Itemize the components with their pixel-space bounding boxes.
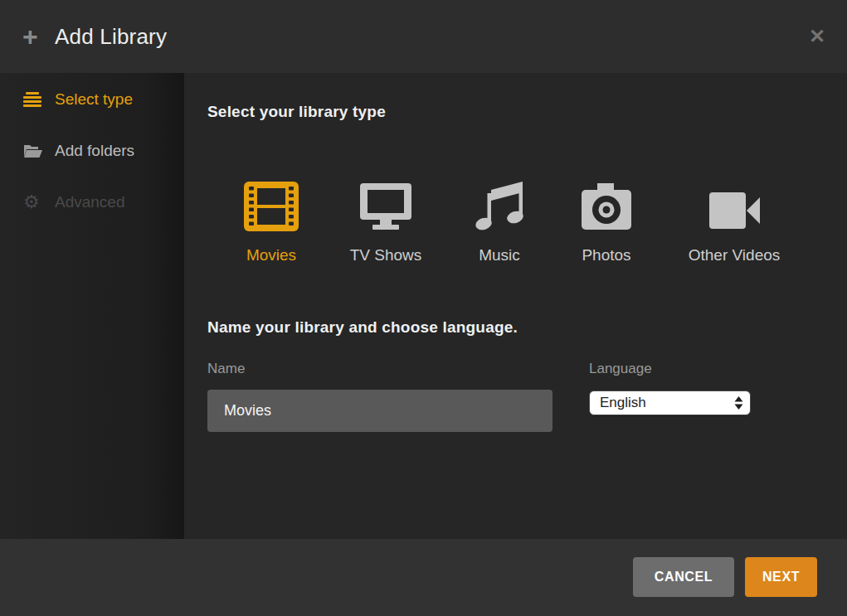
sidebar-item-advanced: ⚙ Advanced (0, 186, 184, 219)
add-library-dialog: + Add Library ✕ Select type (0, 0, 847, 616)
folder-open-icon (23, 143, 45, 158)
music-note-icon (458, 177, 541, 233)
cancel-button[interactable]: CANCEL (633, 557, 734, 597)
name-field-label: Name (207, 361, 245, 377)
sidebar-item-add-folders[interactable]: Add folders (0, 134, 184, 167)
wizard-steps-sidebar: Select type Add folders ⚙ Advanced (0, 73, 184, 539)
dialog-title: Add Library (55, 24, 167, 50)
library-name-input[interactable] (207, 390, 552, 432)
film-icon (230, 177, 313, 233)
library-type-movies[interactable]: Movies (230, 177, 313, 264)
video-camera-icon (676, 177, 792, 233)
sidebar-item-select-type[interactable]: Select type (0, 83, 184, 116)
gear-icon: ⚙ (23, 193, 45, 211)
library-type-other-videos[interactable]: Other Videos (676, 177, 792, 264)
name-language-heading: Name your library and choose language. (207, 318, 518, 337)
camera-icon (565, 177, 648, 233)
dialog-body: Select your library type (184, 73, 847, 539)
select-type-heading: Select your library type (207, 103, 386, 121)
close-icon[interactable]: ✕ (809, 27, 825, 46)
library-type-label: Movies (230, 246, 313, 264)
dialog-footer: CANCEL NEXT (0, 539, 847, 616)
language-select[interactable]: English (589, 390, 751, 415)
library-type-label: TV Shows (340, 246, 431, 264)
library-type-label: Music (458, 246, 541, 264)
library-type-label: Other Videos (676, 246, 792, 264)
sidebar-item-label: Add folders (55, 142, 134, 160)
list-icon (23, 92, 45, 107)
tv-icon (340, 177, 431, 233)
dialog-header: + Add Library ✕ (0, 0, 847, 73)
language-select-value: English (590, 395, 734, 411)
next-button[interactable]: NEXT (745, 557, 817, 597)
sidebar-item-label: Advanced (55, 193, 125, 211)
stepper-arrows-icon (734, 396, 743, 410)
language-field-label: Language (589, 361, 652, 377)
plus-icon: + (22, 23, 38, 50)
library-type-tv-shows[interactable]: TV Shows (340, 177, 431, 264)
library-type-music[interactable]: Music (458, 177, 541, 264)
library-type-photos[interactable]: Photos (565, 177, 648, 264)
library-type-label: Photos (565, 246, 648, 264)
sidebar-item-label: Select type (55, 90, 133, 109)
